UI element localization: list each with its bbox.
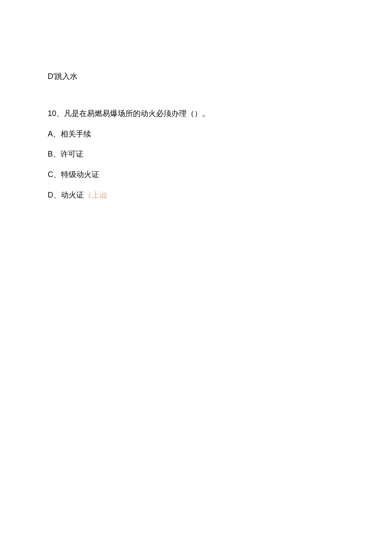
option-text: 相关手续 — [61, 130, 91, 138]
question-text: 凡是在易燃易爆场所的动火必须办理（）。 — [64, 109, 210, 118]
option-letter: A、 — [48, 130, 61, 138]
annotation-text: （上讪 — [84, 191, 107, 199]
question-number: 10、 — [48, 109, 64, 118]
question-10: 10、凡是在易燃易爆场所的动火必须办理（）。 — [48, 108, 344, 120]
option-a: A、相关手续 — [48, 128, 344, 140]
option-b: B、许可证 — [48, 148, 344, 160]
option-letter: C、 — [48, 170, 61, 179]
option-letter: B、 — [48, 150, 61, 158]
option-letter: D、 — [48, 191, 61, 199]
option-letter: D' — [48, 72, 55, 81]
option-c: C、特级动火证 — [48, 169, 344, 181]
option-text: 动火证 — [61, 191, 84, 199]
previous-option-d: D'跳入水 — [48, 70, 344, 83]
option-d: D、动火证（上讪 — [48, 189, 344, 201]
option-text: 许可证 — [61, 150, 84, 158]
option-text: 跳入水 — [55, 72, 78, 81]
option-text: 特级动火证 — [61, 170, 99, 179]
